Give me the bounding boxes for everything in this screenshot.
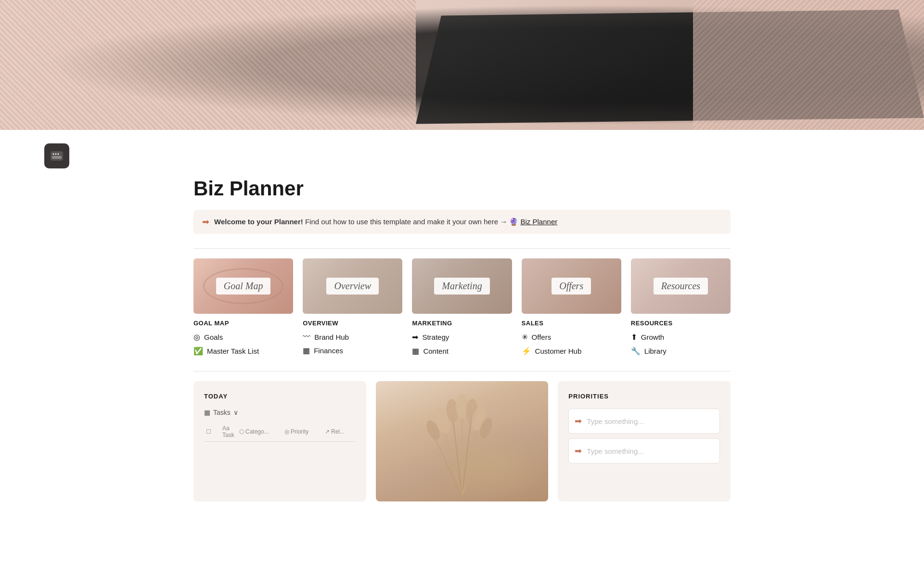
welcome-callout: ➡ Welcome to your Planner! Find out how … [193, 210, 731, 234]
hero-banner [0, 0, 924, 130]
nav-link-icon-offers: ✳ [522, 333, 528, 342]
nav-link-label-library: Library [644, 347, 667, 355]
nav-card-resources: ResourcesRESOURCES⬆Growth🔧Library [631, 258, 731, 357]
page-title: Biz Planner [193, 177, 731, 200]
nav-link-label-master-task-list: Master Task List [207, 347, 259, 355]
svg-point-2 [55, 154, 57, 155]
nav-link-icon-master-task-list: ✅ [193, 346, 203, 356]
nav-card-title-resources: RESOURCES [631, 320, 731, 327]
nav-card-marketing: MarketingMARKETING➡Strategy▦Content [412, 258, 512, 357]
hero-knit-texture-right [693, 0, 924, 130]
today-title: TODAY [204, 393, 356, 400]
section-divider-2 [193, 371, 731, 372]
priority-arrow-icon-1: ➡ [575, 416, 582, 426]
nav-link-master-task-list[interactable]: ✅Master Task List [193, 346, 293, 357]
nav-link-goals[interactable]: ◎Goals [193, 332, 293, 343]
nav-link-label-growth: Growth [641, 333, 664, 341]
svg-line-6 [452, 415, 462, 497]
nav-link-brand-hub[interactable]: 〰Brand Hub [303, 332, 402, 342]
nav-link-finances[interactable]: ▦Finances [303, 345, 402, 356]
nav-cards-grid: Goal MapGOAL MAP◎Goals✅Master Task ListO… [193, 258, 731, 357]
priority-items: ➡Type something...➡Type something... [568, 409, 720, 463]
nav-card-tag-marketing: Marketing [434, 278, 489, 295]
biz-planner-link[interactable]: Biz Planner [521, 218, 558, 226]
section-divider-1 [193, 248, 731, 249]
col-checkbox: ☐ [206, 425, 220, 438]
col-priority: ◎ Priority [284, 425, 323, 438]
nav-link-label-strategy: Strategy [422, 333, 449, 341]
nav-card-links-goalmap: ◎Goals✅Master Task List [193, 332, 293, 357]
nav-link-icon-customer-hub: ⚡ [522, 346, 531, 356]
center-image-panel [376, 381, 549, 501]
svg-point-1 [53, 154, 54, 155]
nav-card-image-overview[interactable]: Overview [303, 258, 402, 314]
nav-link-library[interactable]: 🔧Library [631, 346, 731, 357]
welcome-text: Welcome to your Planner! Find out how to… [214, 218, 557, 226]
nav-card-image-sales[interactable]: Offers [522, 258, 621, 314]
svg-rect-4 [52, 156, 62, 159]
nav-card-title-goalmap: GOAL MAP [193, 320, 293, 327]
nav-link-offers[interactable]: ✳Offers [522, 332, 621, 343]
nav-link-icon-goals: ◎ [193, 333, 200, 342]
nav-card-image-goalmap[interactable]: Goal Map [193, 258, 293, 314]
nav-card-tag-resources: Resources [654, 278, 708, 295]
nav-card-overview: OverviewOVERVIEW〰Brand Hub▦Finances [303, 258, 402, 357]
nav-card-title-overview: OVERVIEW [303, 320, 402, 327]
nav-link-label-brand-hub: Brand Hub [314, 333, 349, 341]
nav-link-label-finances: Finances [314, 346, 343, 355]
priority-placeholder-2: Type something... [587, 447, 643, 455]
nav-card-links-sales: ✳Offers⚡Customer Hub [522, 332, 621, 357]
today-panel: TODAY ▦ Tasks ∨ ☐ Aa Task ⬡ Catego... ◎ … [193, 381, 366, 501]
priority-arrow-icon-2: ➡ [575, 446, 582, 456]
nav-link-label-goals: Goals [204, 333, 223, 341]
nav-card-tag-goalmap: Goal Map [216, 278, 271, 295]
priorities-title: PRIORITIES [568, 393, 720, 400]
nav-card-tag-sales: Offers [552, 278, 591, 295]
hero-knit-texture-left [0, 0, 416, 130]
tasks-table-header: ☐ Aa Task ⬡ Catego... ◎ Priority ↗ Rel..… [204, 422, 356, 442]
priority-item-2[interactable]: ➡Type something... [568, 438, 720, 463]
nav-link-label-content: Content [423, 347, 449, 355]
nav-link-strategy[interactable]: ➡Strategy [412, 332, 512, 343]
nav-link-icon-brand-hub: 〰 [303, 333, 310, 341]
nav-card-links-resources: ⬆Growth🔧Library [631, 332, 731, 357]
callout-emoji: 🔮 [509, 218, 520, 226]
nav-card-title-sales: SALES [522, 320, 621, 327]
nav-card-tag-overview: Overview [326, 278, 379, 295]
tasks-header[interactable]: ▦ Tasks ∨ [204, 409, 356, 416]
main-content: Biz Planner ➡ Welcome to your Planner! F… [149, 177, 775, 501]
priority-item-1[interactable]: ➡Type something... [568, 409, 720, 434]
nav-link-growth[interactable]: ⬆Growth [631, 332, 731, 343]
svg-point-3 [58, 154, 59, 155]
tasks-label: Tasks [213, 409, 231, 416]
page-icon [44, 143, 69, 168]
tasks-chevron-icon: ∨ [233, 409, 238, 416]
nav-card-goalmap: Goal MapGOAL MAP◎Goals✅Master Task List [193, 258, 293, 357]
tasks-table-icon: ▦ [204, 409, 210, 416]
nav-card-image-resources[interactable]: Resources [631, 258, 731, 314]
priorities-panel: PRIORITIES ➡Type something...➡Type somet… [558, 381, 731, 501]
nav-link-icon-content: ▦ [412, 346, 419, 356]
nav-link-content[interactable]: ▦Content [412, 346, 512, 357]
nav-link-label-offers: Offers [532, 333, 552, 341]
pampas-grass-decoration [395, 386, 529, 501]
nav-card-image-marketing[interactable]: Marketing [412, 258, 512, 314]
col-category: ⬡ Catego... [239, 425, 282, 438]
nav-link-icon-finances: ▦ [303, 346, 310, 355]
bottom-grid: TODAY ▦ Tasks ∨ ☐ Aa Task ⬡ Catego... ◎ … [193, 381, 731, 501]
page-icon-wrapper [0, 130, 924, 172]
nav-link-icon-growth: ⬆ [631, 333, 637, 342]
svg-line-9 [462, 422, 479, 497]
nav-card-links-marketing: ➡Strategy▦Content [412, 332, 512, 357]
nav-link-icon-library: 🔧 [631, 346, 641, 356]
priority-placeholder-1: Type something... [587, 417, 643, 425]
col-task: Aa Task [222, 425, 237, 438]
nav-card-title-marketing: MARKETING [412, 320, 512, 327]
nav-link-customer-hub[interactable]: ⚡Customer Hub [522, 346, 621, 357]
nav-link-icon-strategy: ➡ [412, 333, 418, 342]
callout-arrow-icon: ➡ [202, 217, 209, 227]
nav-card-links-overview: 〰Brand Hub▦Finances [303, 332, 402, 356]
nav-card-sales: OffersSALES✳Offers⚡Customer Hub [522, 258, 621, 357]
nav-link-label-customer-hub: Customer Hub [535, 347, 582, 355]
col-relation: ↗ Rel... [325, 425, 354, 438]
